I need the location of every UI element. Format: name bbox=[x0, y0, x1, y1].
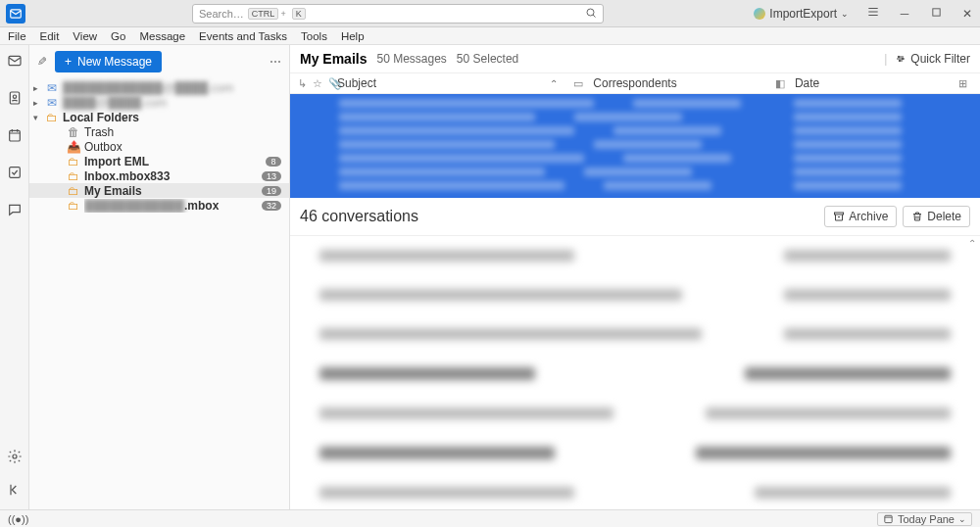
import-export-button[interactable]: ImportExport ⌄ bbox=[754, 7, 849, 21]
menu-bar: File Edit View Go Message Events and Tas… bbox=[0, 27, 980, 45]
hamburger-icon[interactable] bbox=[866, 5, 880, 22]
today-pane-button[interactable]: Today Pane ⌄ bbox=[877, 512, 972, 526]
more-icon[interactable]: ⋯ bbox=[270, 55, 281, 69]
subject-label: Subject bbox=[337, 76, 376, 90]
menu-tools[interactable]: Tools bbox=[301, 30, 327, 42]
unread-badge: 19 bbox=[262, 186, 281, 196]
search-input[interactable]: Search… CTRL + K bbox=[192, 4, 604, 24]
address-book-icon[interactable] bbox=[7, 90, 23, 110]
svg-rect-7 bbox=[9, 168, 20, 178]
conversation-row[interactable] bbox=[290, 473, 980, 509]
archive-label: Archive bbox=[849, 210, 888, 223]
conversation-row[interactable] bbox=[290, 433, 980, 473]
column-headers: ↳ ☆ 📎 Subject ⌃ ▭ Correspondents ◧ Date … bbox=[290, 73, 980, 94]
folder-icon: 🗀 bbox=[67, 169, 80, 183]
chevron-down-icon: ⌄ bbox=[958, 514, 966, 524]
conversation-row[interactable] bbox=[290, 354, 980, 394]
my-emails-row[interactable]: 🗀 My Emails 19 bbox=[29, 183, 289, 198]
kbd-ctrl: CTRL bbox=[248, 8, 279, 20]
conversation-row[interactable] bbox=[290, 236, 980, 275]
account-row[interactable]: ▸ ✉ ████████████@████.com bbox=[29, 80, 289, 95]
chevron-down-icon: ⌄ bbox=[841, 9, 849, 19]
message-count: 50 Messages bbox=[376, 52, 446, 66]
menu-message[interactable]: Message bbox=[139, 30, 185, 42]
calendar-small-icon bbox=[883, 513, 894, 524]
correspondents-column[interactable]: Correspondents bbox=[593, 76, 775, 90]
app-icon[interactable] bbox=[6, 4, 25, 24]
tag-col-icon[interactable]: ◧ bbox=[775, 77, 795, 90]
quick-filter-button[interactable]: | Quick Filter bbox=[884, 52, 970, 66]
trash-icon: 🗑 bbox=[67, 125, 80, 139]
my-emails-label: My Emails bbox=[84, 184, 258, 198]
menu-events[interactable]: Events and Tasks bbox=[199, 30, 287, 42]
collapse-icon[interactable] bbox=[7, 482, 23, 502]
mail-account-icon: ✉ bbox=[45, 81, 59, 95]
star-col-icon[interactable]: ☆ bbox=[313, 77, 322, 90]
menu-view[interactable]: View bbox=[73, 30, 97, 42]
conversation-row[interactable] bbox=[290, 275, 980, 314]
local-folders-label: Local Folders bbox=[63, 111, 281, 124]
folder-icon: 🗀 bbox=[67, 184, 80, 198]
today-pane-label: Today Pane bbox=[898, 513, 955, 525]
compose-icon[interactable]: ✎ bbox=[37, 55, 47, 69]
import-eml-label: Import EML bbox=[84, 155, 262, 168]
chevron-right-icon: ▸ bbox=[33, 83, 41, 93]
inbox-mbox-label: Inbox.mbox833 bbox=[84, 169, 258, 183]
mail-account-icon: ✉ bbox=[45, 96, 59, 110]
column-picker-icon[interactable]: ⊞ bbox=[958, 77, 972, 90]
svg-rect-13 bbox=[885, 515, 892, 522]
selected-count: 50 Selected bbox=[457, 52, 518, 66]
account-row[interactable]: ▸ ✉ ████@████.com bbox=[29, 95, 289, 110]
import-eml-row[interactable]: 🗀 Import EML 8 bbox=[29, 154, 289, 168]
inbox-mbox-row[interactable]: 🗀 Inbox.mbox833 13 bbox=[29, 168, 289, 183]
folder-icon: 🗀 bbox=[67, 199, 80, 213]
conversation-row[interactable] bbox=[290, 314, 980, 354]
unread-badge: 32 bbox=[262, 201, 281, 211]
archive-icon bbox=[833, 211, 845, 222]
svg-point-1 bbox=[587, 9, 594, 16]
menu-edit[interactable]: Edit bbox=[40, 30, 60, 42]
thread-col-icon[interactable]: ↳ bbox=[298, 77, 307, 90]
date-column[interactable]: Date bbox=[795, 76, 958, 90]
local-folders-row[interactable]: ▾ 🗀 Local Folders bbox=[29, 110, 289, 124]
connection-icon[interactable]: ((●)) bbox=[8, 513, 28, 525]
mbox-label: ████████████.mbox bbox=[84, 199, 258, 213]
close-button[interactable]: ✕ bbox=[960, 7, 974, 21]
quick-filter-label: Quick Filter bbox=[910, 52, 970, 66]
status-bar: ((●)) Today Pane ⌄ bbox=[0, 509, 980, 527]
conversation-row[interactable] bbox=[290, 394, 980, 433]
unread-badge: 8 bbox=[266, 157, 281, 167]
menu-help[interactable]: Help bbox=[341, 30, 365, 42]
subject-column[interactable]: Subject ⌃ bbox=[337, 76, 573, 90]
settings-icon[interactable] bbox=[7, 449, 23, 468]
conversation-list[interactable]: ⌃ bbox=[290, 236, 980, 509]
kbd-k: K bbox=[292, 8, 306, 20]
new-message-button[interactable]: + New Message bbox=[55, 51, 162, 72]
chat-icon[interactable] bbox=[7, 202, 23, 221]
calendar-icon[interactable] bbox=[7, 127, 23, 147]
delete-icon bbox=[911, 211, 923, 222]
read-col-icon[interactable]: ▭ bbox=[573, 77, 593, 90]
account-label: ████@████.com bbox=[63, 96, 281, 110]
menu-go[interactable]: Go bbox=[111, 30, 125, 42]
tasks-icon[interactable] bbox=[7, 165, 23, 184]
folder-pane: ✎ + New Message ⋯ ▸ ✉ ████████████@████.… bbox=[29, 45, 290, 509]
delete-button[interactable]: Delete bbox=[903, 206, 970, 227]
minimize-button[interactable]: ─ bbox=[898, 7, 911, 21]
mail-tab-icon[interactable] bbox=[7, 53, 23, 72]
search-icon[interactable] bbox=[585, 7, 597, 21]
separator: | bbox=[884, 52, 887, 66]
archive-button[interactable]: Archive bbox=[824, 206, 897, 227]
trash-row[interactable]: 🗑 Trash bbox=[29, 124, 289, 139]
menu-file[interactable]: File bbox=[8, 30, 26, 42]
sort-asc-icon: ⌃ bbox=[550, 78, 558, 89]
mbox-row[interactable]: 🗀 ████████████.mbox 32 bbox=[29, 198, 289, 213]
account-label: ████████████@████.com bbox=[63, 81, 281, 95]
correspondents-label: Correspondents bbox=[593, 76, 676, 90]
outbox-row[interactable]: 📤 Outbox bbox=[29, 139, 289, 154]
message-list-selected[interactable] bbox=[290, 94, 980, 198]
new-message-label: New Message bbox=[77, 55, 152, 69]
conversation-title: 46 conversations bbox=[300, 208, 418, 225]
outbox-icon: 📤 bbox=[67, 140, 80, 154]
maximize-button[interactable] bbox=[929, 7, 943, 21]
